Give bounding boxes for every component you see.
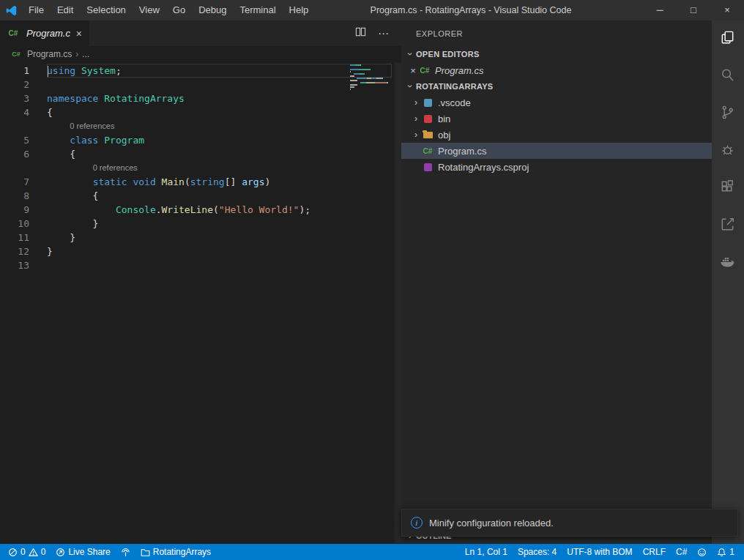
code-line-content bbox=[47, 78, 392, 92]
csharp-file-icon: C# bbox=[12, 48, 21, 60]
workspace-section-header[interactable]: › ROTATINGARRAYS bbox=[401, 78, 712, 94]
docker-icon[interactable] bbox=[719, 253, 737, 271]
live-share-icon[interactable] bbox=[719, 216, 737, 234]
vscode-logo-icon bbox=[0, 4, 22, 17]
menu-item-view[interactable]: View bbox=[133, 0, 166, 20]
more-actions-icon[interactable]: ⋯ bbox=[378, 27, 390, 40]
minimize-button[interactable]: ─ bbox=[643, 0, 677, 20]
editor-actions: ⋯ bbox=[355, 20, 401, 46]
gutter bbox=[0, 161, 29, 175]
folder-icon bbox=[141, 548, 150, 557]
line-number: 11 bbox=[0, 231, 29, 244]
file-row-rotatingarrays-csproj[interactable]: RotatingArrays.csproj bbox=[401, 159, 712, 175]
notifications-bell[interactable]: 1 bbox=[712, 544, 740, 560]
close-icon[interactable]: × bbox=[407, 65, 419, 76]
code-line-content: { bbox=[47, 189, 392, 203]
menu-item-edit[interactable]: Edit bbox=[51, 0, 80, 20]
csharp-file-icon: C# bbox=[422, 145, 434, 157]
close-window-button[interactable]: × bbox=[710, 0, 744, 20]
file-row-obj[interactable]: ›obj bbox=[401, 127, 712, 143]
menu-item-terminal[interactable]: Terminal bbox=[233, 0, 282, 20]
menu-item-selection[interactable]: Selection bbox=[80, 0, 132, 20]
open-editor-program-cs[interactable]: × C# Program.cs bbox=[401, 62, 712, 78]
menu-item-file[interactable]: File bbox=[22, 0, 51, 20]
codelens-references[interactable]: 0 references bbox=[70, 119, 114, 133]
chevron-right-icon: › bbox=[75, 49, 78, 59]
maximize-button[interactable]: □ bbox=[677, 0, 710, 20]
file-name: .vscode bbox=[438, 97, 471, 108]
code-line[interactable]: 1using System; bbox=[0, 64, 401, 78]
feedback-button[interactable] bbox=[692, 544, 712, 560]
language-mode[interactable]: C# bbox=[671, 544, 692, 560]
code-line[interactable]: 8 { bbox=[0, 189, 401, 203]
minimap-line bbox=[350, 89, 391, 90]
debug-icon[interactable] bbox=[719, 141, 737, 159]
explorer-icon[interactable] bbox=[719, 29, 737, 47]
breadcrumb-file[interactable]: Program.cs bbox=[27, 49, 72, 59]
code-line[interactable]: 9 Console.WriteLine("Hello World!"); bbox=[0, 203, 401, 217]
problems-indicator[interactable]: 0 0 bbox=[3, 544, 51, 560]
code-line[interactable]: 6 { bbox=[0, 147, 401, 161]
code-editor[interactable]: 1using System;23namespace RotatingArrays… bbox=[0, 62, 401, 544]
source-control-icon[interactable] bbox=[719, 104, 737, 122]
file-row-vscode[interactable]: ›.vscode bbox=[401, 94, 712, 111]
split-editor-icon[interactable] bbox=[355, 26, 366, 40]
editor-scrollbar[interactable] bbox=[393, 62, 401, 544]
cursor-position[interactable]: Ln 1, Col 1 bbox=[460, 544, 513, 560]
code-line[interactable]: 3namespace RotatingArrays bbox=[0, 92, 401, 105]
minimap-line bbox=[350, 80, 391, 81]
tab-close-icon[interactable]: × bbox=[75, 28, 83, 40]
indentation-setting[interactable]: Spaces: 4 bbox=[513, 544, 562, 560]
broadcast-button[interactable] bbox=[116, 544, 135, 560]
encoding-setting[interactable]: UTF-8 with BOM bbox=[562, 544, 637, 560]
workspace-label: ROTATINGARRAYS bbox=[416, 82, 493, 91]
workspace-folder-item[interactable]: RotatingArrays bbox=[135, 544, 216, 560]
code-line-content: static void Main(string[] args) bbox=[47, 175, 392, 189]
antenna-icon bbox=[121, 548, 130, 557]
open-editors-section-header[interactable]: › OPEN EDITORS bbox=[401, 46, 712, 62]
notification-toast[interactable]: Minify configuration reloaded. bbox=[401, 509, 738, 537]
editor-group: C# Program.cs × ⋯ C# Program.cs › ... bbox=[0, 20, 401, 544]
code-line[interactable]: 10 } bbox=[0, 217, 401, 231]
code-line-content: using System; bbox=[47, 64, 392, 78]
code-line[interactable]: 5 class Program bbox=[0, 133, 401, 147]
line-number: 8 bbox=[0, 189, 29, 203]
code-line-content: } bbox=[47, 244, 392, 258]
chevron-right-icon[interactable]: › bbox=[410, 113, 422, 124]
code-line-content bbox=[47, 258, 392, 272]
codelens-row: 0 references bbox=[0, 161, 401, 175]
tab-program-cs[interactable]: C# Program.cs × bbox=[0, 20, 89, 46]
minimap-line bbox=[350, 84, 391, 86]
code-line[interactable]: 13 bbox=[0, 258, 401, 272]
code-line-content: namespace RotatingArrays bbox=[47, 92, 392, 105]
codelens-row: 0 references bbox=[0, 119, 401, 133]
line-number: 7 bbox=[0, 175, 29, 189]
code-line[interactable]: 2 bbox=[0, 78, 401, 92]
menu-item-debug[interactable]: Debug bbox=[192, 0, 233, 20]
breadcrumb-symbol[interactable]: ... bbox=[82, 49, 89, 59]
code-line[interactable]: 11 } bbox=[0, 231, 401, 244]
minimap-line bbox=[350, 86, 391, 88]
minimap[interactable] bbox=[350, 64, 391, 93]
smiley-icon bbox=[697, 548, 707, 557]
code-line-content: { bbox=[47, 105, 392, 119]
file-row-bin[interactable]: ›bin bbox=[401, 111, 712, 127]
code-line[interactable]: 4{ bbox=[0, 105, 401, 119]
chevron-right-icon[interactable]: › bbox=[410, 130, 422, 140]
window-controls: ─ □ × bbox=[643, 0, 744, 20]
file-name: Program.cs bbox=[438, 146, 486, 157]
menu-item-go[interactable]: Go bbox=[166, 0, 192, 20]
eol-setting[interactable]: CRLF bbox=[638, 544, 671, 560]
code-line[interactable]: 7 static void Main(string[] args) bbox=[0, 175, 401, 189]
live-share-button[interactable]: Live Share bbox=[51, 544, 115, 560]
file-row-program-cs[interactable]: C#Program.cs bbox=[401, 143, 712, 159]
codelens-references[interactable]: 0 references bbox=[93, 161, 138, 175]
notification-count: 1 bbox=[729, 547, 734, 557]
chevron-right-icon[interactable]: › bbox=[410, 97, 422, 108]
line-number: 4 bbox=[0, 105, 29, 119]
extensions-icon[interactable] bbox=[719, 179, 737, 196]
code-line[interactable]: 12} bbox=[0, 244, 401, 258]
search-icon[interactable] bbox=[719, 67, 737, 84]
minimap-line bbox=[350, 67, 391, 68]
window-title: Program.cs - RotatingArrays - Visual Stu… bbox=[304, 5, 638, 15]
